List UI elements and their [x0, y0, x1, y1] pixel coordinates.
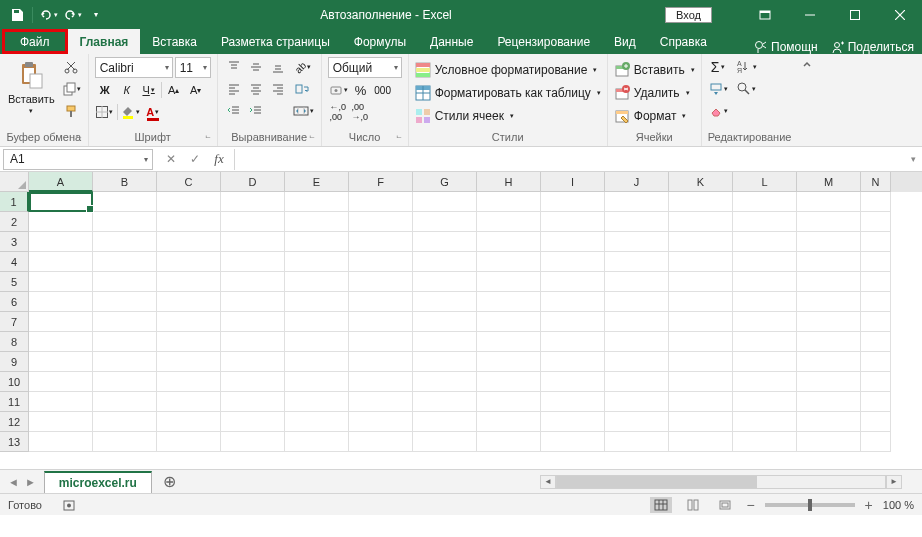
cell[interactable] [93, 252, 157, 272]
cell[interactable] [733, 332, 797, 352]
sort-filter-icon[interactable]: AЯ▾ [733, 57, 759, 77]
ribbon-display-icon[interactable] [742, 0, 787, 29]
cell-styles-button[interactable]: Стили ячеек▾ [415, 106, 514, 126]
cell[interactable] [605, 352, 669, 372]
hscroll-thumb[interactable] [557, 476, 757, 488]
align-center-icon[interactable] [246, 79, 266, 99]
cell[interactable] [349, 432, 413, 452]
cell[interactable] [221, 372, 285, 392]
cell[interactable] [541, 212, 605, 232]
align-right-icon[interactable] [268, 79, 288, 99]
cell[interactable] [797, 432, 861, 452]
cell[interactable] [221, 252, 285, 272]
col-header[interactable]: F [349, 172, 413, 192]
cell[interactable] [669, 292, 733, 312]
row-header[interactable]: 6 [0, 292, 29, 312]
cell[interactable] [669, 252, 733, 272]
cell[interactable] [541, 252, 605, 272]
cell[interactable] [349, 252, 413, 272]
cell[interactable] [93, 212, 157, 232]
percent-icon[interactable]: % [351, 80, 371, 100]
cell[interactable] [733, 432, 797, 452]
cell[interactable] [285, 192, 349, 212]
cell[interactable] [285, 232, 349, 252]
cell[interactable] [349, 332, 413, 352]
cell[interactable] [285, 212, 349, 232]
collapse-ribbon-icon[interactable] [797, 54, 817, 146]
col-header[interactable]: N [861, 172, 891, 192]
cell[interactable] [29, 192, 93, 212]
cell[interactable] [541, 312, 605, 332]
cell[interactable] [477, 352, 541, 372]
insert-cells-button[interactable]: Вставить▾ [614, 60, 695, 80]
cell[interactable] [221, 432, 285, 452]
cell[interactable] [29, 332, 93, 352]
cell[interactable] [29, 432, 93, 452]
cell[interactable] [477, 192, 541, 212]
cell[interactable] [285, 432, 349, 452]
cell[interactable] [861, 432, 891, 452]
tab-help[interactable]: Справка [648, 29, 719, 54]
cell[interactable] [285, 252, 349, 272]
orientation-icon[interactable]: ab▾ [292, 57, 315, 77]
cell[interactable] [797, 232, 861, 252]
zoom-level[interactable]: 100 % [883, 499, 914, 511]
cell[interactable] [861, 232, 891, 252]
cell[interactable] [93, 332, 157, 352]
cell[interactable] [541, 372, 605, 392]
cell[interactable] [797, 412, 861, 432]
cell[interactable] [157, 352, 221, 372]
align-bottom-icon[interactable] [268, 57, 288, 77]
cell[interactable] [733, 212, 797, 232]
cell[interactable] [541, 432, 605, 452]
cell[interactable] [733, 372, 797, 392]
cell[interactable] [29, 312, 93, 332]
col-header[interactable]: K [669, 172, 733, 192]
cell[interactable] [733, 232, 797, 252]
cell[interactable] [541, 232, 605, 252]
cell[interactable] [861, 372, 891, 392]
cell[interactable] [669, 412, 733, 432]
cell[interactable] [861, 352, 891, 372]
cell[interactable] [861, 292, 891, 312]
col-header[interactable]: C [157, 172, 221, 192]
borders-icon[interactable]: ▾ [95, 102, 115, 122]
cell[interactable] [221, 192, 285, 212]
col-header[interactable]: D [221, 172, 285, 192]
cell[interactable] [733, 312, 797, 332]
cell[interactable] [413, 272, 477, 292]
increase-decimal-icon[interactable]: ←,0,00 [328, 102, 348, 122]
cell[interactable] [541, 392, 605, 412]
cell[interactable] [285, 292, 349, 312]
cell[interactable] [605, 412, 669, 432]
cell[interactable] [861, 252, 891, 272]
enter-formula-icon[interactable]: ✓ [184, 149, 206, 170]
cell[interactable] [605, 432, 669, 452]
cell[interactable] [157, 192, 221, 212]
cell[interactable] [93, 272, 157, 292]
qat-customize-icon[interactable]: ▾ [85, 4, 107, 26]
cell[interactable] [157, 292, 221, 312]
cell[interactable] [413, 292, 477, 312]
cell[interactable] [157, 272, 221, 292]
cell[interactable] [669, 212, 733, 232]
col-header[interactable]: A [29, 172, 93, 192]
cell[interactable] [29, 292, 93, 312]
bold-button[interactable]: Ж [95, 80, 115, 100]
grow-font-icon[interactable]: A▴ [164, 80, 184, 100]
increase-indent-icon[interactable] [246, 101, 266, 121]
col-header[interactable]: B [93, 172, 157, 192]
cell[interactable] [349, 232, 413, 252]
insert-function-icon[interactable]: fx [208, 149, 230, 170]
maximize-icon[interactable] [832, 0, 877, 29]
cell[interactable] [349, 192, 413, 212]
cell[interactable] [221, 292, 285, 312]
undo-icon[interactable]: ▾ [37, 4, 59, 26]
cell[interactable] [797, 352, 861, 372]
cell[interactable] [477, 212, 541, 232]
cell[interactable] [29, 232, 93, 252]
font-size-combo[interactable]: 11▾ [175, 57, 211, 78]
fill-color-icon[interactable]: ▾ [120, 102, 141, 122]
cell[interactable] [669, 372, 733, 392]
cell[interactable] [477, 332, 541, 352]
